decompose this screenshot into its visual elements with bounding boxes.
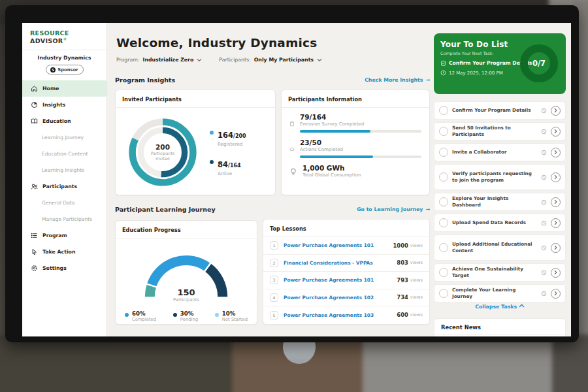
gauge-legend: 60% Completed 30% Pending 10% Not Starte… [116,302,257,322]
lesson-link[interactable]: Power Purchase Agreements 101 [284,277,397,283]
task-checkbox[interactable] [439,106,448,115]
task-checkbox[interactable] [439,127,448,136]
lesson-link[interactable]: Power Purchase Agreements 102 [284,295,397,301]
task-row-send-invitations[interactable]: Send 50 Invitations to Participants [434,122,566,140]
sidebar-item-manage-participants[interactable]: Manage Participants [22,211,106,227]
active-value: 84 [218,160,228,169]
lesson-views-suffix: views [410,278,423,283]
collapse-tasks-link[interactable]: Collapse Tasks [434,304,566,310]
task-chevron-button[interactable] [551,268,561,278]
divider [22,50,106,50]
sidebar-item-education[interactable]: Education [22,113,106,129]
not-started-label: Not Started [222,317,248,322]
legend-not-started: 10% Not Started [215,310,248,322]
check-more-insights-link[interactable]: Check More Insights → [365,77,430,83]
todo-summary-card: Your To Do List Complete Your Next Task:… [434,33,566,94]
lesson-link[interactable]: Power Purchase Agreements 103 [284,312,397,318]
chevron-down-icon [197,58,202,62]
task-checkbox[interactable] [439,172,448,182]
progress-track [300,130,421,133]
sidebar-item-label: Take Action [42,249,76,255]
sidebar-item-insights[interactable]: Insights [22,97,106,113]
task-label: Achieve One Sustainability Target [452,266,537,278]
task-checkbox[interactable] [439,268,448,277]
lesson-link[interactable]: Power Purchase Agreements 101 [284,242,393,248]
task-checkbox[interactable] [439,243,448,252]
sidebar-item-learning-journey[interactable]: Learning Journey [22,129,106,146]
todo-progress-value: 0/7 [532,59,546,68]
task-row-upload-spend-data[interactable]: Upload Spend Data Records [434,214,566,232]
participants-icon [31,183,38,190]
lesson-row-5[interactable]: 5 Power Purchase Agreements 103 600 view… [263,306,429,324]
stat-value: 79/164 [300,113,421,121]
task-row-verify-participants[interactable]: Verify participants requesting to join t… [434,164,566,190]
task-label: Complete Your Learning Journey [452,287,537,299]
task-chevron-button[interactable] [551,289,561,299]
clock-icon [541,129,547,135]
task-row-complete-learning-journey[interactable]: Complete Your Learning Journey [434,284,566,302]
participants-dropdown-value: Only My Participants [254,57,314,63]
lesson-row-2[interactable]: 2 Financial Considerations - VPPAs 803 v… [263,255,429,272]
task-chevron-button[interactable] [551,172,561,182]
sidebar-item-learning-insights[interactable]: Learning Insights [22,162,106,178]
task-chevron-button[interactable] [551,243,561,253]
clock-icon [541,220,547,226]
clock-icon [541,108,547,114]
task-chevron-button[interactable] [551,197,561,207]
task-checkbox[interactable] [439,289,448,298]
sidebar-item-general-data[interactable]: General Data [22,195,106,211]
task-chevron-button[interactable] [551,148,561,157]
sidebar-item-settings[interactable]: Settings [22,260,106,276]
lesson-row-4[interactable]: 4 Power Purchase Agreements 102 734 view… [263,289,429,307]
sidebar-item-participants[interactable]: Participants [22,178,106,195]
sidebar-item-program[interactable]: Program [22,227,106,244]
sidebar: RESOURCE ADVISOR+ Industry Dynamics S Sp… [22,23,107,336]
arrow-right-icon: → [425,77,430,83]
sidebar-item-label: Settings [42,265,67,271]
go-to-learning-journey-link[interactable]: Go to Learning Journey → [357,206,430,212]
pending-dot-icon [173,313,177,317]
sidebar-item-label: Education Content [42,151,88,157]
task-checkbox[interactable] [439,148,448,157]
task-row-explore-insights[interactable]: Explore Your Insights Dashboard [434,193,566,211]
active-total: /164 [228,163,241,169]
sidebar-item-label: Education [42,118,71,124]
stat-value: 23/50 [300,139,421,146]
clock-icon [541,245,547,251]
task-row-upload-educational-content[interactable]: Upload Additional Educational Content [434,235,566,261]
lesson-views-value: 600 [397,312,408,318]
take-action-icon [31,248,38,255]
program-dropdown[interactable]: Program: Industrialize Zero [116,57,202,63]
page-title: Welcome, Industry Dynamics [116,36,317,50]
program-dropdown-value: Industrialize Zero [143,57,194,63]
gauge-center: 150 Participants [137,287,235,302]
task-checkbox[interactable] [439,197,448,206]
invited-participants-body: 200 Participants Invited 164/200 Registe… [116,108,275,194]
sidebar-item-education-content[interactable]: Education Content [22,146,106,162]
task-chevron-button[interactable] [551,127,561,137]
task-row-confirm-program[interactable]: Confirm Your Program Details [434,101,566,120]
task-chevron-button[interactable] [551,106,561,116]
chevron-down-icon [317,58,322,62]
top-lessons-title: Top Lessons [263,220,429,237]
task-label: Confirm Your Program Details [452,107,537,114]
participants-dropdown[interactable]: Participants: Only My Participants [219,57,322,63]
arrow-right-icon: → [425,206,430,212]
lesson-row-3[interactable]: 3 Power Purchase Agreements 101 793 view… [263,272,429,289]
survey-icon [289,113,295,133]
gauge-center-label: Participants [137,297,235,302]
task-checkbox[interactable] [439,218,448,227]
lesson-row-1[interactable]: 1 Power Purchase Agreements 101 1000 vie… [263,237,429,255]
photo-scene: RESOURCE ADVISOR+ Industry Dynamics S Sp… [0,0,588,392]
task-row-achieve-sustainability-target[interactable]: Achieve One Sustainability Target [434,263,566,282]
sidebar-item-home[interactable]: Home [22,80,106,97]
chevron-right-icon [554,270,557,275]
task-chevron-button[interactable] [551,218,561,228]
sidebar-item-take-action[interactable]: Take Action [22,244,106,260]
stat-emission-survey: 79/164 Emission Survey Completed [289,113,421,133]
lesson-link[interactable]: Financial Considerations - VPPAs [284,260,397,266]
task-row-invite-collaborator[interactable]: Invite a Collaborator [434,143,566,161]
background-bottom-right [363,335,559,392]
lesson-rank-badge: 4 [270,293,278,302]
chevron-right-icon [554,108,557,113]
